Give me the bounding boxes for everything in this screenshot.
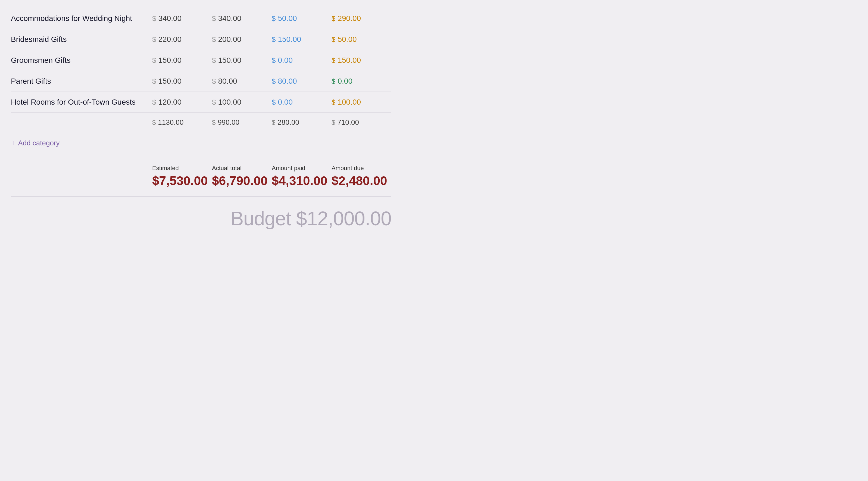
dollar-icon: $ <box>152 56 156 65</box>
table-row: Hotel Rooms for Out-of-Town Guests $ 120… <box>11 92 391 113</box>
actual-value: 340.00 <box>218 14 241 23</box>
dollar-icon: $ <box>272 56 276 65</box>
paid-value: 0.00 <box>278 56 293 65</box>
budget-total: Budget $12,000.00 <box>230 207 391 230</box>
actual-value: 100.00 <box>218 98 241 106</box>
divider <box>11 196 391 196</box>
subtotals-row: $ 1130.00 $ 990.00 $ 280.00 $ 710.00 <box>11 113 391 132</box>
subtotal-estimated: $ 1130.00 <box>152 118 212 127</box>
table-row: Parent Gifts $ 150.00 $ 80.00 $ 80.00 $ … <box>11 71 391 92</box>
paid-cell: $ 0.00 <box>272 56 332 65</box>
dollar-icon: $ <box>152 77 156 86</box>
dollar-icon: $ <box>272 77 276 86</box>
actual-value: 200.00 <box>218 35 241 44</box>
actual-cell: $ 100.00 <box>212 98 272 106</box>
estimated-cell: $ 150.00 <box>152 77 212 86</box>
dollar-icon: $ <box>212 56 216 65</box>
due-cell: $ 100.00 <box>332 98 391 106</box>
dollar-icon: $ <box>332 14 335 23</box>
plus-icon: + <box>11 138 15 147</box>
paid-value: 0.00 <box>278 98 293 106</box>
paid-label: Amount paid <box>272 165 306 172</box>
due-value: 100.00 <box>338 98 361 106</box>
category-name: Groomsmen Gifts <box>11 56 152 65</box>
paid-cell: $ 50.00 <box>272 14 332 23</box>
paid-cell: $ 0.00 <box>272 98 332 106</box>
dollar-icon: $ <box>152 119 156 126</box>
dollar-icon: $ <box>272 98 276 106</box>
dollar-icon: $ <box>212 98 216 106</box>
summary-due: Amount due $2,480.00 <box>332 165 391 188</box>
paid-value: $4,310.00 <box>272 173 328 188</box>
actual-cell: $ 200.00 <box>212 35 272 44</box>
dollar-icon: $ <box>152 14 156 23</box>
actual-cell: $ 340.00 <box>212 14 272 23</box>
summary-actual: Actual total $6,790.00 <box>212 165 272 188</box>
actual-value: 150.00 <box>218 56 241 65</box>
subtotal-due: $ 710.00 <box>332 118 391 127</box>
dollar-icon: $ <box>332 56 335 65</box>
estimated-value: 120.00 <box>158 98 182 106</box>
dollar-icon: $ <box>152 35 156 44</box>
summary-section: Estimated $7,530.00 Actual total $6,790.… <box>11 159 391 193</box>
subtotal-paid: $ 280.00 <box>272 118 332 127</box>
add-category-button[interactable]: + Add category <box>11 138 60 147</box>
dollar-icon: $ <box>332 98 335 106</box>
actual-label: Actual total <box>212 165 242 172</box>
table-row: Accommodations for Wedding Night $ 340.0… <box>11 8 391 29</box>
dollar-icon: $ <box>272 119 275 126</box>
add-category-section: + Add category <box>11 132 391 154</box>
dollar-icon: $ <box>212 77 216 86</box>
estimated-value: 340.00 <box>158 14 182 23</box>
category-name: Accommodations for Wedding Night <box>11 14 152 23</box>
paid-value: 150.00 <box>278 35 301 44</box>
dollar-icon: $ <box>212 119 216 126</box>
summary-estimated: Estimated $7,530.00 <box>152 165 212 188</box>
actual-cell: $ 80.00 <box>212 77 272 86</box>
paid-value: 80.00 <box>278 77 297 86</box>
paid-value: 50.00 <box>278 14 297 23</box>
dollar-icon: $ <box>212 14 216 23</box>
due-label: Amount due <box>332 165 364 172</box>
estimated-value: 150.00 <box>158 77 182 86</box>
actual-value: $6,790.00 <box>212 173 268 188</box>
dollar-icon: $ <box>332 77 335 86</box>
category-name: Hotel Rooms for Out-of-Town Guests <box>11 98 152 106</box>
dollar-icon: $ <box>332 35 335 44</box>
actual-cell: $ 150.00 <box>212 56 272 65</box>
due-value: $2,480.00 <box>332 173 387 188</box>
paid-cell: $ 150.00 <box>272 35 332 44</box>
estimated-label: Estimated <box>152 165 179 172</box>
budget-total-section: Budget $12,000.00 <box>11 199 391 232</box>
due-cell: $ 0.00 <box>332 77 391 86</box>
due-value: 290.00 <box>338 14 361 23</box>
dollar-icon: $ <box>332 119 335 126</box>
due-cell: $ 290.00 <box>332 14 391 23</box>
dollar-icon: $ <box>272 35 276 44</box>
due-value: 150.00 <box>338 56 361 65</box>
estimated-cell: $ 150.00 <box>152 56 212 65</box>
actual-value: 80.00 <box>218 77 237 86</box>
due-value: 50.00 <box>338 35 356 44</box>
estimated-value: 150.00 <box>158 56 182 65</box>
estimated-cell: $ 340.00 <box>152 14 212 23</box>
estimated-value: 220.00 <box>158 35 182 44</box>
due-cell: $ 150.00 <box>332 56 391 65</box>
due-value: 0.00 <box>338 77 352 86</box>
subtotal-actual: $ 990.00 <box>212 118 272 127</box>
estimated-value: $7,530.00 <box>152 173 208 188</box>
estimated-cell: $ 120.00 <box>152 98 212 106</box>
category-name: Parent Gifts <box>11 77 152 86</box>
category-name: Bridesmaid Gifts <box>11 35 152 44</box>
budget-table: Accommodations for Wedding Night $ 340.0… <box>11 8 391 232</box>
estimated-cell: $ 220.00 <box>152 35 212 44</box>
summary-paid: Amount paid $4,310.00 <box>272 165 332 188</box>
paid-cell: $ 80.00 <box>272 77 332 86</box>
dollar-icon: $ <box>212 35 216 44</box>
due-cell: $ 50.00 <box>332 35 391 44</box>
table-row: Groomsmen Gifts $ 150.00 $ 150.00 $ 0.00… <box>11 50 391 71</box>
table-row: Bridesmaid Gifts $ 220.00 $ 200.00 $ 150… <box>11 29 391 50</box>
dollar-icon: $ <box>272 14 276 23</box>
dollar-icon: $ <box>152 98 156 106</box>
